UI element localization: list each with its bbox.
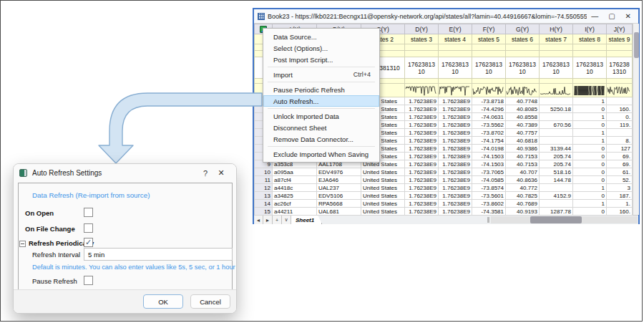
fx-cell[interactable] (573, 51, 607, 57)
cell-on-ground[interactable]: 0 (573, 192, 607, 200)
spacer-cell[interactable] (405, 79, 439, 84)
menu-item-post-import-script[interactable]: Post Import Script... (263, 54, 379, 65)
cell-latitude[interactable]: 40.7389 (506, 121, 540, 129)
menu-item-data-source[interactable]: Data Source... (263, 31, 379, 42)
cell-longitude[interactable]: -73.5562 (472, 121, 506, 129)
cell-contact[interactable]: 1.76238E9 (439, 184, 472, 192)
cell-time[interactable]: 1.76238E9 (405, 168, 439, 176)
cell-time[interactable]: 1.76238E9 (405, 137, 439, 145)
pane-splitter[interactable] (487, 217, 489, 223)
cell-velocity[interactable]: 119. (607, 121, 633, 129)
cell-on-ground[interactable]: 1 (573, 129, 607, 137)
cell-altitude[interactable] (540, 137, 573, 145)
column-header[interactable]: F(Y) (472, 24, 506, 34)
column-header[interactable]: H(Y) (540, 24, 573, 34)
column-header[interactable]: D(Y) (405, 24, 439, 34)
cell-altitude[interactable]: 144.78 (540, 176, 573, 184)
cell-time[interactable]: 1.76238E9 (405, 129, 439, 137)
spacer-cell[interactable] (540, 79, 573, 84)
cell-longitude[interactable]: -73.7065 (472, 168, 506, 176)
cell-latitude[interactable]: 40.7825 (506, 192, 540, 200)
cell-time[interactable]: 1.76238E9 (405, 184, 439, 192)
column-header[interactable]: I(Y) (573, 24, 607, 34)
cell-longitude[interactable]: -74.1754 (472, 137, 506, 145)
cell-velocity[interactable]: 127 (607, 145, 633, 153)
fx-cell[interactable] (607, 51, 633, 57)
cell-velocity[interactable]: 1. (607, 200, 633, 208)
cell-longitude[interactable]: -74.0198 (472, 145, 506, 153)
cell-country[interactable]: United States (361, 208, 405, 216)
fx-cell[interactable] (405, 51, 439, 57)
cell-longitude[interactable]: -73.8702 (472, 129, 506, 137)
cell-icao24[interactable]: a44211 (273, 208, 317, 216)
menu-item-disconnect-sheet[interactable]: Disconnect Sheet (263, 122, 379, 133)
cell-on-ground[interactable]: 1 (573, 200, 607, 208)
cell-on-ground[interactable]: 1 (573, 113, 607, 121)
cell-latitude[interactable]: 40.9193 (506, 208, 540, 216)
help-icon[interactable]: ? (197, 169, 213, 178)
cell-altitude[interactable] (540, 184, 573, 192)
collapse-expander-icon[interactable] (19, 241, 26, 247)
cell-longitude[interactable]: -74.0631 (472, 113, 506, 121)
close-icon[interactable]: ✕ (213, 168, 229, 178)
cell-velocity[interactable]: 52. (607, 176, 633, 184)
workbook-titlebar[interactable]: Book23 - https://lkb0221:Becngx11@opensk… (254, 9, 638, 24)
spacer-cell[interactable] (439, 79, 472, 84)
cell-latitude[interactable]: 40.7153 (506, 153, 540, 160)
cell-on-ground[interactable]: 0 (573, 176, 607, 184)
long-name-cell[interactable]: states 7 (540, 34, 573, 44)
cell-icao24[interactable]: a34825 (273, 192, 317, 200)
cell-on-ground[interactable]: 0 (573, 145, 607, 153)
cell-icao24[interactable]: a87cf4 (273, 176, 317, 184)
cell-callsign[interactable]: EDV4976 (317, 168, 361, 176)
cell-time[interactable]: 1.76238E9 (405, 176, 439, 184)
cell-longitude[interactable]: -74.0585 (472, 176, 506, 184)
cell-icao24[interactable]: a4418c (273, 184, 317, 192)
column-header[interactable]: J(Y) (607, 24, 633, 34)
cell-longitude[interactable]: -74.3581 (472, 208, 506, 216)
comments-cell[interactable]: 1762381310 (506, 57, 540, 79)
cell-latitude[interactable]: 40.6818 (506, 137, 540, 145)
cell-icao24[interactable]: a095aa (273, 168, 317, 176)
long-name-cell[interactable]: states 9 (607, 34, 633, 44)
cell-altitude[interactable]: 4152.9 (540, 192, 573, 200)
long-name-cell[interactable]: states 6 (506, 34, 540, 44)
fx-cell[interactable] (439, 51, 472, 57)
menu-item-exclude-imported-when-saving[interactable]: Exclude Imported When Saving (263, 148, 379, 160)
cell-altitude[interactable]: 518.16 (540, 168, 573, 176)
cell-altitude[interactable] (540, 200, 573, 208)
menu-item-import[interactable]: ImportCtrl+4 (263, 69, 379, 80)
sheet-list-icon[interactable]: ∨ (282, 216, 291, 224)
cell-velocity[interactable]: 8. (607, 137, 633, 145)
comments-cell[interactable]: 1762381310 (540, 57, 573, 79)
long-name-cell[interactable]: states 4 (439, 34, 472, 44)
menu-item-unlock-imported-data[interactable]: Unlock Imported Data (263, 110, 379, 122)
cell-on-ground[interactable]: 1 (573, 184, 607, 192)
menu-item-remove-data-connector[interactable]: Remove Data Connector... (263, 133, 379, 145)
cell-latitude[interactable]: 40.7153 (506, 160, 540, 168)
refresh-periodically-checkbox[interactable]: ✓ (84, 238, 93, 247)
cell-velocity[interactable] (607, 97, 633, 105)
cell-country[interactable]: United States (361, 200, 405, 208)
comments-cell[interactable]: 1762381310 (573, 57, 607, 79)
row-number[interactable]: 10 (255, 168, 273, 176)
units-cell[interactable] (573, 44, 607, 51)
cell-contact[interactable]: 1.76238E9 (439, 160, 472, 168)
cell-contact[interactable]: 1.76238E9 (439, 168, 472, 176)
units-cell[interactable] (405, 44, 439, 51)
comments-cell[interactable]: 1762381310 (405, 57, 439, 79)
cell-altitude[interactable]: 205.74 (540, 160, 573, 168)
comments-cell[interactable]: 1762381310 (607, 57, 633, 79)
cell-latitude[interactable]: 40.8085 (506, 105, 540, 113)
cell-velocity[interactable] (607, 129, 633, 137)
cell-longitude[interactable]: -73.8602 (472, 200, 506, 208)
cell-callsign[interactable]: EDV5106 (317, 192, 361, 200)
cell-contact[interactable]: 1.76238E9 (439, 200, 472, 208)
spacer-cell[interactable] (506, 79, 540, 84)
cell-time[interactable]: 1.76238E9 (405, 113, 439, 121)
spacer-cell[interactable] (573, 79, 607, 84)
cell-longitude[interactable]: -74.1503 (472, 160, 506, 168)
spacer-cell[interactable] (472, 79, 506, 84)
cell-on-ground[interactable]: 0 (573, 160, 607, 168)
on-open-checkbox[interactable] (84, 208, 93, 217)
